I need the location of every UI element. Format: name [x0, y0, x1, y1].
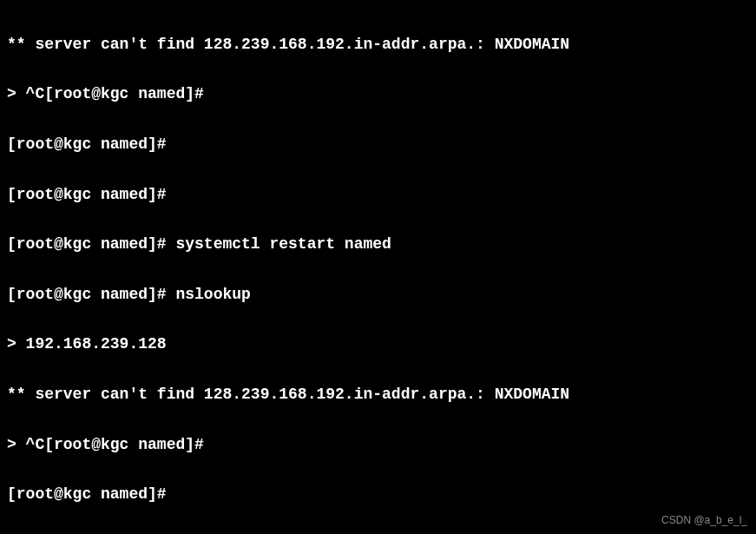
terminal-output[interactable]: ** server can't find 128.239.168.192.in-…: [7, 7, 749, 534]
output-line: [root@kgc named]# systemctl restart name…: [7, 232, 749, 257]
output-line: [root@kgc named]#: [7, 482, 749, 507]
output-line: ** server can't find 128.239.168.192.in-…: [7, 32, 749, 57]
output-line: [root@kgc named]#: [7, 132, 749, 157]
output-line: > ^C[root@kgc named]#: [7, 432, 749, 458]
output-line: > 192.168.239.128: [7, 332, 749, 357]
output-line: ** server can't find 128.239.168.192.in-…: [7, 382, 749, 407]
watermark-text: CSDN @a_b_e_l_: [661, 512, 747, 529]
output-line: > ^C[root@kgc named]#: [7, 82, 749, 107]
output-line: [root@kgc named]#: [7, 182, 749, 208]
output-line: [root@kgc named]# nslookup: [7, 282, 749, 307]
